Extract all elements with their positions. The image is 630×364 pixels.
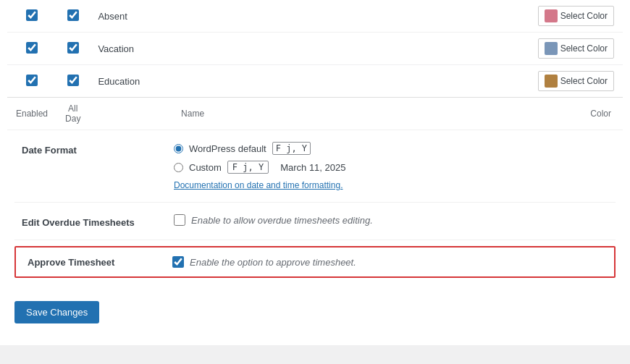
- approve-timesheet-label: Approve Timesheet: [28, 257, 172, 268]
- approve-timesheet-content: Enable the option to approve timesheet.: [172, 256, 356, 268]
- table-row: Absent Select Color: [7, 0, 623, 33]
- table-header-row: Enabled All Day Name Color: [7, 98, 623, 130]
- table-row: Vacation Select Color: [7, 33, 623, 65]
- settings-section: Date Format WordPress default F j, Y: [0, 130, 630, 278]
- approve-checkbox-group: Enable the option to approve timesheet.: [172, 256, 356, 268]
- enabled-cell: [7, 65, 56, 98]
- color-swatch-vacation: [545, 42, 558, 55]
- edit-overdue-checkbox-group: Enable to allow overdue timesheets editi…: [174, 214, 616, 226]
- date-format-row: Date Format WordPress default F j, Y: [14, 130, 616, 203]
- color-cell-absent: Select Color: [296, 0, 623, 33]
- main-content: Absent Select Color: [0, 0, 630, 345]
- color-cell-education: Select Color: [296, 65, 623, 98]
- format-part-F: F j, Y: [276, 143, 307, 153]
- name-cell-vacation: Vacation: [89, 33, 295, 65]
- enabled-cell: [7, 33, 56, 65]
- color-cell-vacation: Select Color: [296, 33, 623, 65]
- edit-overdue-row: Edit Overdue Timesheets Enable to allow …: [14, 203, 616, 240]
- custom-label: Custom: [189, 162, 222, 173]
- wp-format-badge: F j, Y: [272, 142, 311, 155]
- enabled-cell: [7, 0, 56, 33]
- edit-overdue-checkbox[interactable]: [174, 214, 185, 226]
- doc-link[interactable]: Documentation on date and time formattin…: [174, 180, 343, 190]
- name-cell-absent: Absent: [89, 0, 295, 33]
- allday-cell: [56, 33, 89, 65]
- allday-cell: [56, 65, 89, 98]
- enabled-checkbox-vacation[interactable]: [26, 42, 38, 54]
- header-color: Color: [296, 98, 623, 130]
- edit-overdue-content: Enable to allow overdue timesheets editi…: [174, 214, 616, 226]
- allday-cell: [56, 0, 89, 33]
- enabled-checkbox-absent[interactable]: [26, 9, 38, 21]
- date-format-label: Date Format: [14, 142, 174, 156]
- select-color-btn-education[interactable]: Select Color: [538, 71, 614, 91]
- color-swatch-absent: [545, 9, 558, 22]
- approve-timesheet-wrapper: Approve Timesheet Enable the option to a…: [14, 246, 616, 278]
- color-swatch-education: [545, 75, 558, 88]
- custom-format-input: F j, Y: [227, 161, 269, 174]
- wordpress-default-label: WordPress default: [189, 143, 266, 154]
- wordpress-default-option: WordPress default F j, Y: [174, 142, 616, 155]
- save-changes-button[interactable]: Save Changes: [14, 301, 99, 323]
- header-enabled: Enabled: [7, 98, 56, 130]
- enabled-checkbox-education[interactable]: [26, 75, 38, 86]
- select-color-btn-absent[interactable]: Select Color: [538, 6, 614, 26]
- table-row: Education Select Color: [7, 65, 623, 98]
- header-allday: All Day: [56, 98, 89, 130]
- custom-radio[interactable]: [174, 163, 183, 172]
- leave-types-table: Absent Select Color: [7, 0, 623, 130]
- page-wrapper: Absent Select Color: [0, 0, 630, 364]
- custom-date-preview: March 11, 2025: [280, 162, 345, 173]
- custom-option: Custom F j, Y March 11, 2025: [174, 161, 616, 174]
- wordpress-default-radio[interactable]: [174, 144, 183, 153]
- select-color-btn-vacation[interactable]: Select Color: [538, 38, 614, 59]
- header-name: Name: [89, 98, 295, 130]
- color-table-container: Absent Select Color: [0, 0, 630, 130]
- date-format-content: WordPress default F j, Y Custom F: [174, 142, 616, 190]
- save-section: Save Changes: [0, 289, 630, 338]
- approve-timesheet-row: Approve Timesheet Enable the option to a…: [14, 246, 616, 278]
- approve-timesheet-checkbox[interactable]: [172, 256, 184, 268]
- allday-checkbox-education[interactable]: [67, 75, 79, 86]
- allday-checkbox-vacation[interactable]: [67, 42, 79, 54]
- name-cell-education: Education: [89, 65, 295, 98]
- edit-overdue-label: Edit Overdue Timesheets: [14, 214, 174, 228]
- allday-checkbox-absent[interactable]: [67, 9, 79, 21]
- doc-link-container: Documentation on date and time formattin…: [174, 179, 616, 190]
